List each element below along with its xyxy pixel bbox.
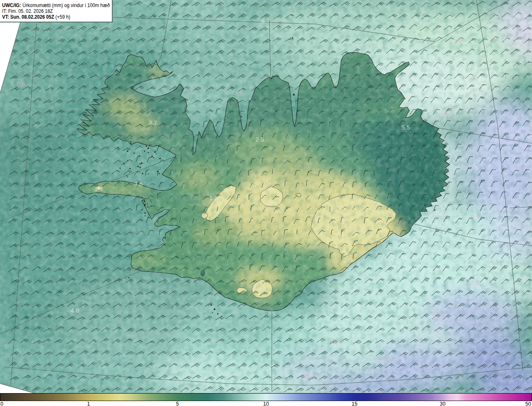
svg-text:VT: Sun. 08.02.2026 05Z (+59 h: VT: Sun. 08.02.2026 05Z (+59 h) (2, 14, 70, 20)
svg-text:50: 50 (525, 401, 531, 406)
svg-text:11.4: 11.4 (379, 357, 391, 364)
svg-text:4.8: 4.8 (71, 307, 79, 314)
svg-text:10.4: 10.4 (303, 372, 315, 379)
svg-text:3.7: 3.7 (149, 119, 158, 126)
svg-text:15: 15 (352, 401, 357, 406)
svg-text:2.6: 2.6 (253, 284, 261, 291)
svg-text:11.0: 11.0 (493, 34, 504, 41)
svg-text:8.6: 8.6 (17, 80, 25, 87)
svg-text:30: 30 (440, 401, 446, 406)
svg-text:8.6: 8.6 (235, 90, 244, 97)
svg-text:2.0: 2.0 (343, 257, 352, 264)
svg-text:10: 10 (263, 401, 269, 406)
svg-text:12.0: 12.0 (467, 279, 479, 286)
svg-text:3.6: 3.6 (134, 180, 143, 187)
svg-text:9.3: 9.3 (471, 214, 480, 221)
svg-text:10.6: 10.6 (330, 338, 342, 345)
svg-text:0: 0 (0, 401, 3, 406)
svg-text:11.2: 11.2 (434, 214, 446, 221)
svg-text:9.1: 9.1 (186, 88, 195, 95)
svg-text:1.8: 1.8 (209, 194, 218, 201)
svg-text:12.3: 12.3 (433, 311, 445, 318)
svg-text:2.5: 2.5 (256, 136, 264, 143)
svg-text:11.2: 11.2 (441, 109, 453, 116)
svg-text:3.4: 3.4 (94, 185, 103, 192)
svg-text:6.7: 6.7 (261, 17, 270, 24)
svg-text:1: 1 (87, 401, 90, 406)
svg-text:IT: Fim. 05. 02. 2026 18Z: IT: Fim. 05. 02. 2026 18Z (2, 8, 53, 14)
svg-text:UWC/IG: Úrkomumætti (mm) og vi: UWC/IG: Úrkomumætti (mm) og vindur i 100… (2, 2, 110, 8)
svg-text:8.6: 8.6 (454, 38, 463, 45)
svg-text:5.5: 5.5 (401, 124, 410, 131)
svg-text:5: 5 (176, 401, 179, 406)
